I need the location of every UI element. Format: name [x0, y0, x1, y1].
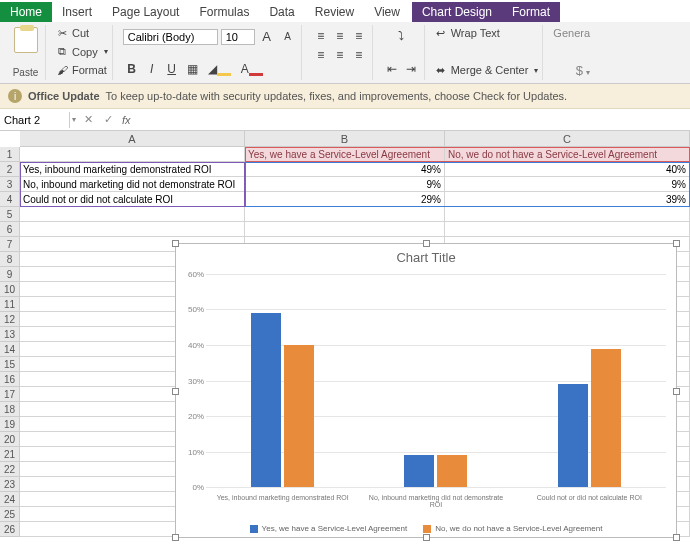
row-header[interactable]: 6 [0, 222, 20, 237]
tab-page-layout[interactable]: Page Layout [102, 2, 189, 22]
row-header[interactable]: 2 [0, 162, 20, 177]
cell[interactable] [445, 207, 690, 222]
chart-plot-area[interactable]: 0%10%20%30%40%50%60% [206, 274, 666, 487]
wrap-text-button[interactable]: ↩Wrap Text [435, 27, 539, 39]
row-header[interactable]: 7 [0, 237, 20, 252]
tab-insert[interactable]: Insert [52, 2, 102, 22]
cut-button[interactable]: ✂Cut [56, 27, 108, 39]
enter-fx-button[interactable]: ✓ [98, 113, 118, 126]
chart-bar[interactable] [437, 455, 467, 487]
row-header[interactable]: 11 [0, 297, 20, 312]
decrease-font-button[interactable]: A [279, 29, 297, 44]
bold-button[interactable]: B [123, 60, 141, 78]
italic-button[interactable]: I [143, 60, 161, 78]
cell[interactable] [20, 222, 245, 237]
tab-chart-design[interactable]: Chart Design [412, 2, 502, 22]
row-header[interactable]: 10 [0, 282, 20, 297]
chart-bar-group[interactable] [513, 274, 666, 487]
cell[interactable]: 9% [245, 177, 445, 192]
cell[interactable] [445, 222, 690, 237]
row-header[interactable]: 21 [0, 447, 20, 462]
row-header[interactable]: 15 [0, 357, 20, 372]
row-header[interactable]: 25 [0, 507, 20, 522]
paste-icon[interactable] [14, 27, 38, 53]
font-name-select[interactable]: Calibri (Body) [123, 29, 218, 45]
row-header[interactable]: 19 [0, 417, 20, 432]
col-header-a[interactable]: A [20, 131, 245, 147]
legend-item[interactable]: No, we do not have a Service-Level Agree… [423, 524, 602, 533]
align-right-button[interactable]: ≡ [350, 46, 368, 64]
chart-bar[interactable] [558, 384, 588, 487]
col-header-c[interactable]: C [445, 131, 690, 147]
chart-bar-group[interactable] [206, 274, 359, 487]
col-header-b[interactable]: B [245, 131, 445, 147]
tab-format[interactable]: Format [502, 2, 560, 22]
cell[interactable]: 49% [245, 162, 445, 177]
row-header[interactable]: 16 [0, 372, 20, 387]
cell[interactable] [245, 222, 445, 237]
name-box[interactable]: Chart 2 [0, 112, 70, 128]
fx-label[interactable]: fx [118, 114, 135, 126]
row-header[interactable]: 18 [0, 402, 20, 417]
font-color-button[interactable]: A [237, 60, 267, 78]
row-header[interactable]: 1 [0, 147, 20, 162]
row-header[interactable]: 24 [0, 492, 20, 507]
cell[interactable]: Yes, we have a Service-Level Agreement [245, 147, 445, 162]
currency-button[interactable]: $ [576, 63, 583, 78]
row-header[interactable]: 23 [0, 477, 20, 492]
align-top-button[interactable]: ≡ [312, 27, 330, 45]
cell[interactable]: No, inbound marketing did not demonstrat… [20, 177, 245, 192]
chart-legend[interactable]: Yes, we have a Service-Level Agreement N… [176, 524, 676, 533]
row-header[interactable]: 17 [0, 387, 20, 402]
tab-data[interactable]: Data [259, 2, 304, 22]
row-header[interactable]: 26 [0, 522, 20, 537]
align-left-button[interactable]: ≡ [312, 46, 330, 64]
row-header[interactable]: 8 [0, 252, 20, 267]
formula-input[interactable] [135, 118, 690, 122]
cell[interactable]: 9% [445, 177, 690, 192]
embedded-chart[interactable]: Chart Title 0%10%20%30%40%50%60% Yes, in… [175, 243, 677, 538]
cell[interactable]: 40% [445, 162, 690, 177]
align-middle-button[interactable]: ≡ [331, 27, 349, 45]
orientation-button[interactable]: ⤵ [383, 27, 420, 45]
legend-item[interactable]: Yes, we have a Service-Level Agreement [250, 524, 408, 533]
decrease-indent-button[interactable]: ⇤ [383, 60, 401, 78]
tab-view[interactable]: View [364, 2, 410, 22]
align-center-button[interactable]: ≡ [331, 46, 349, 64]
border-button[interactable]: ▦ [183, 60, 202, 78]
chart-bar-group[interactable] [359, 274, 512, 487]
cancel-fx-button[interactable]: ✕ [78, 113, 98, 126]
chevron-down-icon[interactable]: ▾ [70, 115, 78, 124]
row-header[interactable]: 22 [0, 462, 20, 477]
merge-center-button[interactable]: ⬌Merge & Center▾ [435, 64, 539, 76]
copy-button[interactable]: ⧉Copy▾ [56, 46, 108, 58]
cell[interactable]: Could not or did not calculate ROI [20, 192, 245, 207]
cell[interactable] [20, 147, 245, 162]
chart-bar[interactable] [591, 349, 621, 487]
cell[interactable] [20, 207, 245, 222]
cell[interactable]: Yes, inbound marketing demonstrated ROI [20, 162, 245, 177]
tab-formulas[interactable]: Formulas [189, 2, 259, 22]
chart-bar[interactable] [404, 455, 434, 487]
chart-title[interactable]: Chart Title [176, 244, 676, 267]
row-header[interactable]: 12 [0, 312, 20, 327]
row-header[interactable]: 3 [0, 177, 20, 192]
increase-font-button[interactable]: A [258, 27, 276, 46]
cell[interactable]: 29% [245, 192, 445, 207]
row-header[interactable]: 9 [0, 267, 20, 282]
row-header[interactable]: 20 [0, 432, 20, 447]
tab-review[interactable]: Review [305, 2, 364, 22]
format-painter-button[interactable]: 🖌Format [56, 64, 108, 76]
chart-bar[interactable] [251, 313, 281, 487]
cell[interactable] [245, 207, 445, 222]
row-header[interactable]: 14 [0, 342, 20, 357]
row-header[interactable]: 13 [0, 327, 20, 342]
number-format-select[interactable]: Genera [553, 27, 590, 39]
font-size-select[interactable]: 10 [221, 29, 255, 45]
cell[interactable]: 39% [445, 192, 690, 207]
resize-handle[interactable] [423, 534, 430, 541]
cell[interactable]: No, we do not have a Service-Level Agree… [445, 147, 690, 162]
fill-color-button[interactable]: ◢ [204, 60, 235, 78]
chart-bar[interactable] [284, 345, 314, 487]
underline-button[interactable]: U [163, 60, 181, 78]
